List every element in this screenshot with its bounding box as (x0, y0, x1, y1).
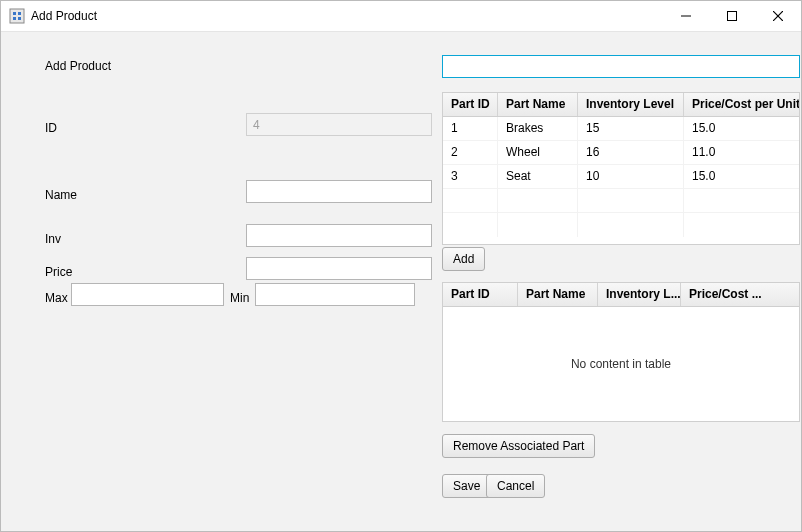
price-label: Price (45, 265, 72, 279)
table-row (443, 213, 799, 237)
cell-price: 15.0 (684, 165, 799, 188)
page-title: Add Product (45, 59, 111, 73)
svg-rect-4 (18, 17, 21, 20)
cell-inventory: 16 (578, 141, 684, 164)
app-icon (9, 8, 25, 24)
min-field[interactable] (255, 283, 415, 306)
parts-table-header: Part ID Part Name Inventory Level Price/… (443, 93, 799, 117)
table-row[interactable]: 2 Wheel 16 11.0 (443, 141, 799, 165)
cell-part-id: 2 (443, 141, 498, 164)
name-field[interactable] (246, 180, 432, 203)
window-title: Add Product (31, 9, 97, 23)
col-inventory[interactable]: Inventory L... (598, 283, 681, 306)
col-part-id[interactable]: Part ID (443, 93, 498, 116)
id-label: ID (45, 121, 57, 135)
svg-rect-3 (13, 17, 16, 20)
cell-part-name: Seat (498, 165, 578, 188)
save-button[interactable]: Save (442, 474, 491, 498)
svg-rect-2 (18, 12, 21, 15)
svg-rect-1 (13, 12, 16, 15)
table-row (443, 189, 799, 213)
empty-table-message: No content in table (571, 357, 671, 371)
id-field (246, 113, 432, 136)
associated-parts-table[interactable]: Part ID Part Name Inventory L... Price/C… (442, 282, 800, 422)
assoc-table-body: No content in table (443, 307, 799, 421)
col-inventory[interactable]: Inventory Level (578, 93, 684, 116)
inv-field[interactable] (246, 224, 432, 247)
parts-table-body: 1 Brakes 15 15.0 2 Wheel 16 11.0 3 Seat … (443, 117, 799, 237)
price-field[interactable] (246, 257, 432, 280)
svg-rect-0 (10, 9, 24, 23)
cell-part-name: Wheel (498, 141, 578, 164)
cell-inventory: 15 (578, 117, 684, 140)
window-close-button[interactable] (755, 1, 801, 32)
cell-part-name: Brakes (498, 117, 578, 140)
remove-associated-part-button[interactable]: Remove Associated Part (442, 434, 595, 458)
max-field[interactable] (71, 283, 224, 306)
cell-price: 11.0 (684, 141, 799, 164)
col-price[interactable]: Price/Cost ... (681, 283, 799, 306)
max-label: Max (45, 291, 68, 305)
window-titlebar: Add Product (1, 1, 801, 32)
min-label: Min (230, 291, 249, 305)
add-button[interactable]: Add (442, 247, 485, 271)
col-part-id[interactable]: Part ID (443, 283, 518, 306)
col-part-name[interactable]: Part Name (498, 93, 578, 116)
cell-part-id: 3 (443, 165, 498, 188)
window-maximize-button[interactable] (709, 1, 755, 32)
col-price[interactable]: Price/Cost per Unit (684, 93, 799, 116)
col-part-name[interactable]: Part Name (518, 283, 598, 306)
cell-part-id: 1 (443, 117, 498, 140)
svg-rect-6 (728, 12, 737, 21)
search-input[interactable] (442, 55, 800, 78)
table-row[interactable]: 1 Brakes 15 15.0 (443, 117, 799, 141)
assoc-table-header: Part ID Part Name Inventory L... Price/C… (443, 283, 799, 307)
inv-label: Inv (45, 232, 61, 246)
table-row[interactable]: 3 Seat 10 15.0 (443, 165, 799, 189)
cell-inventory: 10 (578, 165, 684, 188)
parts-table[interactable]: Part ID Part Name Inventory Level Price/… (442, 92, 800, 245)
cancel-button[interactable]: Cancel (486, 474, 545, 498)
cell-price: 15.0 (684, 117, 799, 140)
name-label: Name (45, 188, 77, 202)
window-minimize-button[interactable] (663, 1, 709, 32)
